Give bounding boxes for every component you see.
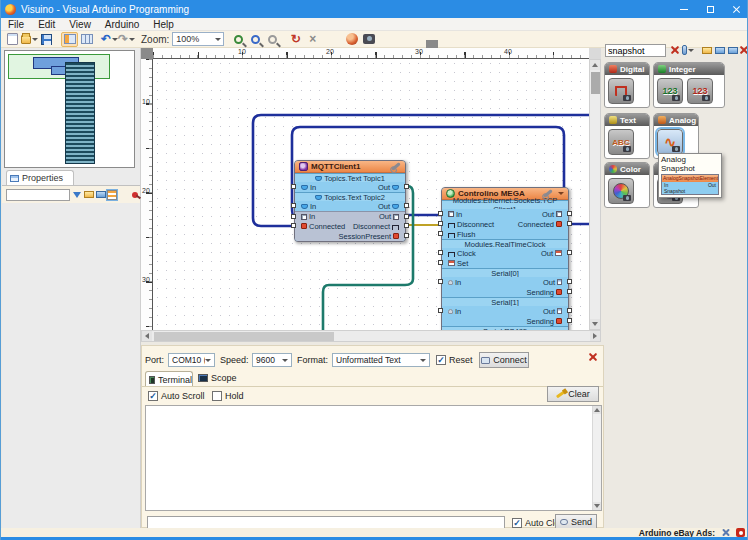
- new-project-button[interactable]: [4, 32, 21, 47]
- properties-categorized-button[interactable]: [106, 189, 118, 201]
- palette-expand-all-button[interactable]: [714, 44, 726, 56]
- palette-item-unsigned-snapshot[interactable]: 123: [687, 78, 713, 104]
- pin-mqtt-disconnect[interactable]: [404, 223, 409, 228]
- menu-view[interactable]: View: [62, 18, 98, 31]
- palette-category-text-header[interactable]: Text: [605, 114, 649, 126]
- pin-topic2-out[interactable]: [404, 203, 409, 208]
- menu-edit[interactable]: Edit: [31, 18, 62, 31]
- pin-tcp-connected[interactable]: [567, 221, 572, 226]
- undo-button[interactable]: ↶: [101, 32, 118, 47]
- minimap-navigator[interactable]: [4, 50, 135, 168]
- menu-arduino[interactable]: Arduino: [98, 18, 146, 31]
- pin-rtc-out[interactable]: [567, 250, 572, 255]
- block-mqttclient1[interactable]: MQTTClient1 Topics.Text Topic1 In Out To…: [294, 160, 406, 242]
- reset-checkbox[interactable]: ✓: [436, 355, 446, 365]
- pin-topic2-in[interactable]: [291, 203, 296, 208]
- palette-close-button[interactable]: [738, 44, 748, 56]
- auto-clear-checkbox[interactable]: ✓: [512, 518, 522, 528]
- scroll-left-button[interactable]: [142, 331, 152, 341]
- pin-mqtt-in[interactable]: [291, 214, 296, 219]
- pin-rtc-set[interactable]: [438, 260, 443, 265]
- pin-serial0-out[interactable]: [567, 279, 572, 284]
- pin-mqtt-sessionpresent[interactable]: [404, 233, 409, 238]
- zoom-in-button[interactable]: [230, 32, 247, 47]
- palette-filter-button[interactable]: [682, 44, 694, 56]
- terminal-scroll-up[interactable]: [593, 406, 601, 414]
- help-button[interactable]: [343, 32, 360, 47]
- pin-tcp-flush[interactable]: [438, 231, 443, 236]
- tab-properties[interactable]: Properties: [6, 170, 74, 185]
- design-canvas[interactable]: MQTTClient1 Topics.Text Topic1 In Out To…: [153, 59, 589, 330]
- send-button[interactable]: Send: [555, 514, 597, 529]
- block-mqttclient1-header[interactable]: MQTTClient1: [295, 161, 405, 173]
- toggle-left-panel-button[interactable]: [61, 32, 78, 47]
- toggle-grid-button[interactable]: [78, 32, 95, 47]
- menu-help[interactable]: Help: [146, 18, 181, 31]
- pin-serial1-sending[interactable]: [567, 318, 572, 323]
- auto-scroll-checkbox[interactable]: ✓: [148, 391, 158, 401]
- palette-category-digital-header[interactable]: Digital: [605, 63, 649, 75]
- speed-select[interactable]: 9600: [252, 353, 292, 367]
- zoom-combobox[interactable]: 100%: [172, 32, 224, 46]
- close-button[interactable]: [723, 0, 748, 18]
- pin-icon[interactable]: [132, 192, 138, 198]
- block-controlino-mega[interactable]: Controlino MEGA Modules.Ethernet.Sockets…: [441, 187, 569, 330]
- palette-category-color-header[interactable]: Color: [605, 163, 649, 175]
- terminal-scrollbar[interactable]: [592, 406, 601, 510]
- tab-scope[interactable]: Scope: [198, 373, 237, 383]
- palette-item-analog-snapshot[interactable]: ∿: [657, 129, 683, 155]
- palette-item-color-snapshot[interactable]: [608, 178, 634, 204]
- tab-terminal[interactable]: Terminal: [145, 371, 193, 387]
- palette-item-text-snapshot[interactable]: ABC: [608, 129, 634, 155]
- vertical-scroll-thumb[interactable]: [591, 72, 600, 94]
- clear-button[interactable]: Clear: [547, 386, 599, 402]
- save-project-button[interactable]: [38, 32, 55, 47]
- terminal-output[interactable]: [145, 405, 602, 511]
- properties-filter-button[interactable]: [71, 189, 82, 200]
- zoom-reset-button[interactable]: [264, 32, 281, 47]
- chevron-down-icon[interactable]: [558, 192, 564, 195]
- port-select[interactable]: COM10 (Unav: [168, 353, 215, 367]
- palette-category-analog-header[interactable]: Analog: [654, 114, 698, 126]
- wrench-icon[interactable]: [391, 162, 401, 171]
- terminal-scroll-down[interactable]: [593, 502, 601, 510]
- pin-topic1-out[interactable]: [404, 184, 409, 189]
- capture-button[interactable]: [360, 32, 377, 47]
- palette-search-input[interactable]: [605, 44, 666, 57]
- menu-file[interactable]: File: [1, 18, 31, 31]
- pin-mqtt-connected[interactable]: [291, 223, 296, 228]
- properties-collapse-button[interactable]: [95, 189, 106, 200]
- ads-dismiss-icon[interactable]: [721, 528, 730, 537]
- pin-rtc-clock[interactable]: [438, 250, 443, 255]
- pin-tcp-disconnect[interactable]: [438, 221, 443, 226]
- pin-mqtt-out[interactable]: [404, 214, 409, 219]
- refresh-button[interactable]: ↻: [287, 32, 304, 47]
- hold-checkbox[interactable]: [212, 391, 222, 401]
- redo-button[interactable]: ↷: [118, 32, 135, 47]
- palette-clear-search-button[interactable]: [669, 44, 681, 56]
- pin-serial0-sending[interactable]: [567, 289, 572, 294]
- pin-serial0-in[interactable]: [438, 279, 443, 284]
- canvas-vertical-scrollbar[interactable]: [589, 59, 601, 330]
- maximize-button[interactable]: [697, 0, 723, 18]
- palette-new-category-button[interactable]: [701, 44, 713, 56]
- properties-search-input[interactable]: [6, 189, 70, 201]
- pin-serial1-out[interactable]: [567, 308, 572, 313]
- pin-serial1-in[interactable]: [438, 308, 443, 313]
- palette-item-integer-snapshot[interactable]: 123: [657, 78, 683, 104]
- pin-tcp-in[interactable]: [438, 211, 443, 216]
- ads-close-icon[interactable]: [736, 528, 745, 537]
- properties-expand-button[interactable]: [83, 189, 94, 200]
- palette-item-digital-snapshot[interactable]: [608, 78, 634, 104]
- scroll-up-button[interactable]: [590, 60, 600, 70]
- pin-tcp-out[interactable]: [567, 211, 572, 216]
- format-select[interactable]: Unformatted Text: [332, 353, 430, 367]
- delete-button[interactable]: ×: [304, 32, 321, 47]
- scroll-down-button[interactable]: [590, 319, 600, 329]
- minimize-button[interactable]: [671, 0, 697, 18]
- connect-button[interactable]: Connect: [479, 352, 529, 368]
- pin-topic1-in[interactable]: [291, 184, 296, 189]
- zoom-out-button[interactable]: [247, 32, 264, 47]
- palette-category-integer-header[interactable]: Integer: [654, 63, 724, 75]
- horizontal-scroll-thumb[interactable]: [154, 332, 334, 341]
